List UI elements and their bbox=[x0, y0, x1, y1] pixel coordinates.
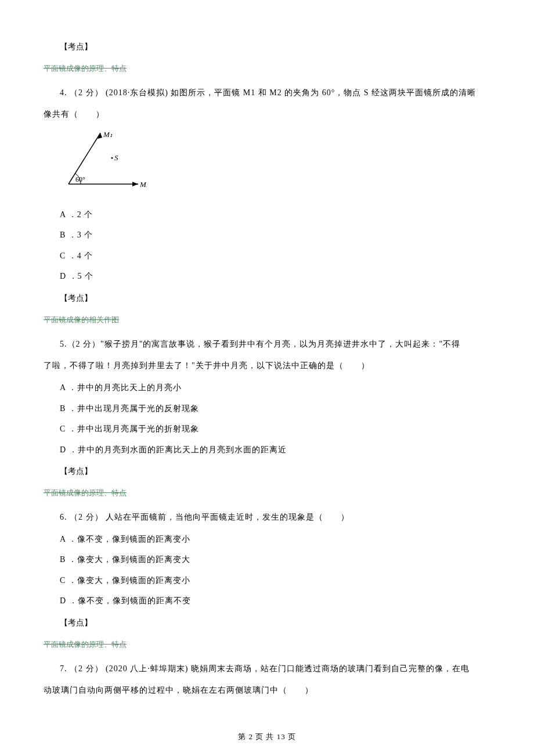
mirror-diagram-svg: M₁ M₂ 60° S bbox=[60, 129, 147, 193]
q7-text: 7. （2 分） (2020 八上·蚌埠期末) 晓娟周末去商场，站在门口能透过商… bbox=[44, 659, 490, 679]
q7-text2: 动玻璃门自动向两侧平移的过程中，晓娟在左右两侧玻璃门中（ ） bbox=[44, 681, 490, 700]
angle-label: 60° bbox=[75, 175, 85, 183]
topic-link-principle-2: 平面镜成像的原理、特点 bbox=[44, 484, 490, 502]
q5-option-c: C ．井中出现月亮属于光的折射现象 bbox=[44, 419, 490, 439]
q6-text: 6. （2 分） 人站在平面镜前，当他向平面镜走近时，发生的现象是（ ） bbox=[44, 507, 490, 527]
kaodian-label-4: 【考点】 bbox=[44, 613, 490, 633]
q4-diagram: M₁ M₂ 60° S bbox=[60, 129, 490, 200]
q4-text: 4. （2 分） (2018·东台模拟) 如图所示，平面镜 M1 和 M2 的夹… bbox=[44, 83, 490, 103]
topic-link-principle-3: 平面镜成像的原理、特点 bbox=[44, 635, 490, 653]
q6-option-d: D ．像不变，像到镜面的距离不变 bbox=[44, 591, 490, 611]
q5-option-a: A ．井中的月亮比天上的月亮小 bbox=[44, 378, 490, 398]
q5-text: 5.（2 分）"猴子捞月"的寓言故事说，猴子看到井中有个月亮，以为月亮掉进井水中… bbox=[44, 334, 490, 354]
q4-option-c: C ．4 个 bbox=[44, 246, 490, 266]
page-footer: 第 2 页 共 13 页 bbox=[0, 728, 534, 746]
q4-text2: 像共有（ ） bbox=[44, 105, 490, 124]
kaodian-label-3: 【考点】 bbox=[44, 462, 490, 481]
q6-option-c: C ．像变大，像到镜面的距离变小 bbox=[44, 571, 490, 591]
q5-option-b: B ．井中出现月亮属于光的反射现象 bbox=[44, 399, 490, 419]
q4-option-b: B ．3 个 bbox=[44, 225, 490, 245]
q5-text2: 了啦，不得了啦！月亮掉到井里去了！"关于井中月亮，以下说法中正确的是（ ） bbox=[44, 356, 490, 376]
m2-label: M₂ bbox=[139, 180, 147, 189]
q4-option-d: D ．5 个 bbox=[44, 267, 490, 286]
point-s-dot bbox=[111, 157, 113, 159]
q6-option-a: A ．像不变，像到镜面的距离变小 bbox=[44, 530, 490, 549]
point-s-label: S bbox=[114, 153, 118, 162]
topic-link-drawing: 平面镜成像的相关作图 bbox=[44, 311, 490, 329]
kaodian-label-1: 【考点】 bbox=[44, 37, 490, 57]
q6-option-b: B ．像变大，像到镜面的距离变大 bbox=[44, 550, 490, 570]
kaodian-label-2: 【考点】 bbox=[44, 289, 490, 308]
topic-link-principle-1: 平面镜成像的原理、特点 bbox=[44, 59, 490, 77]
q4-option-a: A ．2 个 bbox=[44, 205, 490, 225]
m1-label: M₁ bbox=[103, 130, 113, 139]
mirror-m2-arrow bbox=[132, 182, 138, 186]
q5-option-d: D ．井中的月亮到水面的距离比天上的月亮到水面的距离近 bbox=[44, 440, 490, 460]
